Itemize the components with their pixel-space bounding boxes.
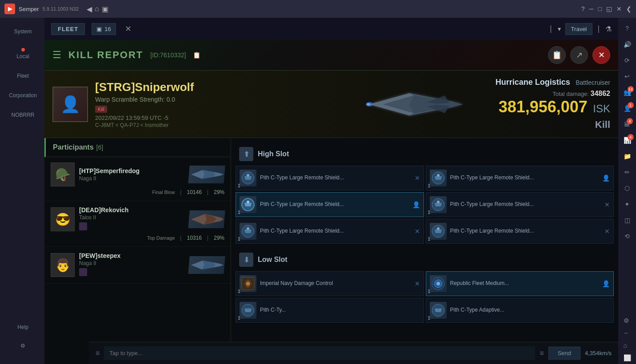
- participant-ship-image: [188, 256, 225, 274]
- chat-input[interactable]: [104, 346, 535, 360]
- low-slot-grid: 1 Imperial Navy Damage Control ✕: [236, 271, 614, 323]
- send-button[interactable]: Send: [548, 347, 580, 360]
- sidebar-label-corporation: Corporation: [9, 92, 37, 99]
- home-button[interactable]: ⌂: [95, 5, 99, 13]
- slot-item[interactable]: 1 Pith C-Type Large Remote Shield... ✕: [426, 192, 614, 217]
- slots-panel: ⬆ High Slot 1 Pith C-Type Large Remote S…: [231, 138, 618, 364]
- sidebar-item-local[interactable]: Local: [0, 42, 44, 66]
- slot-action-close[interactable]: ✕: [604, 201, 610, 208]
- recent-button[interactable]: ▣: [102, 5, 108, 13]
- volume-icon[interactable]: 🔊: [621, 38, 634, 51]
- slot-action-person[interactable]: 👤: [602, 280, 610, 287]
- avatar-icon: 🪖: [55, 167, 71, 182]
- svg-point-24: [247, 227, 249, 230]
- sidebar-item-corporation[interactable]: Corporation: [0, 86, 44, 105]
- square-right-icon[interactable]: ⬜: [621, 352, 634, 364]
- arrow-icon[interactable]: ❮: [626, 5, 632, 12]
- dropdown-icon[interactable]: ▾: [558, 25, 561, 32]
- restore-icon[interactable]: ◱: [606, 5, 612, 12]
- rotate1-icon[interactable]: ⟳: [622, 54, 632, 67]
- slot-item-damage-control[interactable]: 1 Imperial Navy Damage Control ✕: [236, 271, 424, 296]
- rotate2-icon[interactable]: ↩: [622, 70, 632, 83]
- game-top-bar: FLEET ▣ 16 ✕ │ ▾ Travel │ ⚗: [44, 18, 618, 40]
- participant-info: [HTP]Semperfiredog Naga II: [79, 167, 184, 182]
- fleet-button[interactable]: FLEET: [51, 23, 85, 35]
- building-icon[interactable]: 🏛 4: [621, 118, 633, 131]
- sidebar-item-help[interactable]: Help: [0, 318, 44, 336]
- slot-item-highlighted[interactable]: 1 Pith C-Type Large Remote Shield... 👤: [236, 192, 424, 217]
- bluestack-bar: ▶ Semper 5.9.11.1003 N32 ◀ ⌂ ▣ ? ─ □ ◱ ✕…: [0, 0, 636, 18]
- slot-name: Pith C-Type Large Remote Shield...: [260, 174, 411, 182]
- participant-item[interactable]: 🪖 [HTP]Semperfiredog Naga II Final B: [44, 157, 231, 201]
- edit-icon[interactable]: ✏: [622, 166, 632, 178]
- chat-menu-icon[interactable]: ≡: [96, 349, 100, 357]
- folder-icon[interactable]: 📁: [621, 150, 634, 162]
- slot-image-damage-control: [240, 275, 256, 292]
- sidebar-item-system[interactable]: System: [0, 22, 44, 41]
- slot-image: [430, 196, 447, 213]
- monitor-button[interactable]: ▣ 16: [92, 23, 116, 35]
- slot-action-close[interactable]: ✕: [415, 174, 420, 182]
- sidebar-item-alliance[interactable]: NOBRRR: [0, 106, 44, 124]
- slot-action-close[interactable]: ✕: [604, 228, 610, 235]
- user-icon[interactable]: 👤 1: [621, 102, 634, 115]
- close-kill-report-button[interactable]: ✕: [592, 46, 610, 64]
- slot-name: Pith C-Type Large Remote Shield...: [260, 201, 409, 208]
- travel-button[interactable]: Travel: [565, 23, 593, 35]
- separator2: |: [207, 189, 208, 195]
- close-monitor-button[interactable]: ✕: [125, 24, 132, 34]
- separator-icon: │: [549, 25, 553, 32]
- slot-count: 1: [238, 316, 240, 320]
- slot-image: [430, 223, 447, 240]
- filter-icon[interactable]: ⚗: [605, 25, 612, 33]
- report-button[interactable]: 📋: [548, 46, 566, 64]
- settings-right-icon[interactable]: ⚙: [621, 314, 634, 327]
- slot-action-close[interactable]: ✕: [415, 228, 420, 235]
- back-right-icon[interactable]: ←: [621, 327, 634, 339]
- sidebar-label-local: Local: [16, 53, 29, 59]
- participant-item[interactable]: 👨 [PEW]steepex Naga II: [44, 247, 231, 284]
- slot-item[interactable]: 1 Pith C-Type Large Remote Shield... ✕: [236, 219, 424, 244]
- sidebar-item-fleet[interactable]: Fleet: [0, 67, 44, 85]
- close-window-icon[interactable]: ✕: [616, 5, 622, 12]
- help-sidebar-icon[interactable]: ?: [623, 22, 632, 35]
- slot-action-person[interactable]: 👤: [412, 201, 420, 208]
- high-slot-grid: 1 Pith C-Type Large Remote Shield... ✕ 1: [236, 166, 614, 244]
- copy-id-icon[interactable]: 📋: [193, 51, 200, 59]
- layers-icon[interactable]: ◫: [622, 214, 633, 226]
- slot-item-pith[interactable]: 1 Pith C-Ty...: [236, 298, 424, 323]
- group-icon[interactable]: 👥 14: [621, 86, 634, 99]
- avatar-icon: 👨: [55, 258, 71, 273]
- participant-avatar: 👨: [51, 253, 75, 277]
- star-icon[interactable]: ✦: [622, 198, 632, 210]
- slot-item-republic-fleet[interactable]: 1 Republic Fleet Medium... 👤: [426, 271, 614, 296]
- high-slot-icon: ⬆: [239, 147, 253, 161]
- slot-action-person[interactable]: 👤: [602, 174, 610, 182]
- participant-item[interactable]: 😎 [DEAD]Rekovich Talos II: [44, 201, 231, 247]
- slot-item[interactable]: 1 Pith C-Type Large Remote Shield... ✕: [426, 219, 614, 244]
- chart-icon[interactable]: 📊 4: [621, 134, 634, 146]
- participant-stats: Final Blow | 10146 | 29%: [51, 189, 224, 195]
- export-button[interactable]: ↗: [570, 46, 588, 64]
- alliance-badge: [79, 268, 87, 276]
- slot-item[interactable]: 1 Pith C-Type Large Remote Shield... ✕: [236, 166, 424, 190]
- menu-icon[interactable]: ☰: [52, 49, 61, 61]
- back-button[interactable]: ◀: [87, 5, 92, 13]
- participant-info: [PEW]steepex Naga II: [79, 252, 184, 278]
- app-name: Semper: [19, 6, 39, 12]
- slot-item[interactable]: 1 Pith C-Type Large Remote Shield... 👤: [426, 166, 614, 190]
- damage-value: 10316: [187, 235, 201, 241]
- refresh-icon[interactable]: ⟲: [622, 230, 632, 242]
- home-right-icon[interactable]: ⌂: [621, 339, 634, 352]
- help-icon[interactable]: ?: [581, 5, 585, 12]
- slot-count: 1: [428, 289, 431, 294]
- sidebar-item-settings[interactable]: ⚙: [0, 336, 44, 355]
- separator2-icon: │: [597, 25, 601, 32]
- slot-item-adaptive[interactable]: 1 Pith C-Type Adaptive...: [426, 298, 614, 323]
- app-version: 5.9.11.1003 N32: [43, 6, 79, 12]
- hexagon-icon[interactable]: ⬡: [622, 182, 632, 194]
- chat-options-icon[interactable]: ≡: [540, 349, 544, 357]
- maximize-icon[interactable]: □: [598, 5, 602, 12]
- minimize-icon[interactable]: ─: [589, 5, 594, 12]
- slot-action-close[interactable]: ✕: [415, 280, 420, 287]
